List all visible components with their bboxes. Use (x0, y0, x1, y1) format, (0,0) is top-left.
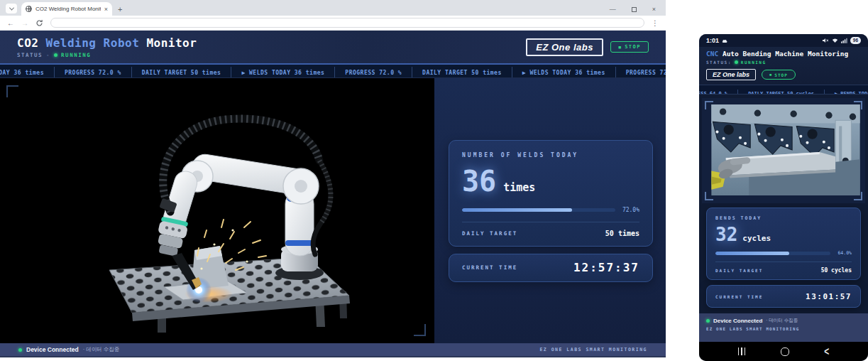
window-maximize-button[interactable] (632, 7, 637, 12)
bends-stats-card: BENDS TODAY 32 cycles 64.0% DAILY TARGET… (706, 208, 861, 280)
chevron-down-icon (9, 5, 13, 10)
progress-percent: 64.0% (837, 250, 852, 256)
phone-status-row: STATUS: RUNNING (706, 60, 861, 65)
daily-target-label: DAILY TARGET (715, 268, 763, 273)
ez-one-labs-logo: EZ One labs (706, 69, 756, 80)
frame-corner-icon (854, 192, 862, 200)
data-collecting-label: · 데이터 수집중 (83, 346, 120, 353)
device-connected-label: Device Connected (26, 346, 79, 353)
stop-square-icon: ■ (769, 72, 771, 77)
recents-button[interactable] (738, 347, 746, 355)
current-time-value: 13:01:57 (806, 292, 852, 301)
footer-brand: EZ ONE LABS SMART MONITORING (706, 327, 861, 331)
address-input[interactable] (51, 23, 644, 31)
tab-title: CO2 Welding Robot Monitor (35, 6, 101, 12)
stop-button[interactable]: ■ STOP (610, 41, 649, 53)
weld-count: 36 (462, 168, 496, 194)
daily-target-label: DAILY TARGET (462, 230, 517, 237)
notification-icon (722, 38, 728, 43)
marquee-ticker: ▶ WELDS TODAY 36 timesPROGRESS 72.0 %DAI… (0, 65, 666, 78)
stop-square-icon: ■ (618, 45, 621, 50)
title-co2: CO2 (17, 36, 38, 50)
ticker-item: PROGRESS 72.0 % (54, 67, 131, 78)
stop-button[interactable]: ■ STOP (762, 70, 796, 80)
phone-clock: 1:01 (706, 37, 719, 44)
card-title: BENDS TODAY (715, 215, 852, 221)
refresh-icon (35, 19, 43, 27)
ticker-item: PROGRESS 64.0 % (699, 90, 737, 95)
browser-tab[interactable]: CO2 Welding Robot Monitor × (21, 2, 112, 16)
battery-icon: 96 (850, 37, 861, 44)
current-time-label: CURRENT TIME (462, 264, 517, 271)
address-bar[interactable] (50, 18, 644, 28)
welding-robot-image (18, 87, 416, 335)
current-time-value: 12:57:37 (573, 261, 639, 274)
tab-close-icon[interactable]: × (104, 6, 108, 13)
stop-label: STOP (625, 44, 641, 50)
signal-icon (841, 38, 847, 43)
card-title: NUMBER OF WELDS TODAY (462, 152, 639, 158)
forward-button: → (21, 19, 28, 27)
back-button[interactable]: ← (7, 19, 14, 27)
current-time-label: CURRENT TIME (715, 294, 763, 299)
status-label: STATUS (17, 52, 43, 58)
phone-footer: Device Connected · 데이터 수집중 EZ ONE LABS S… (699, 313, 868, 342)
status-dot-icon (735, 60, 738, 64)
daily-target-value: 50 times (605, 230, 639, 237)
bending-machine-image (710, 104, 861, 195)
ticker-item: ▶ WELDS TODAY 36 times (231, 67, 334, 78)
bend-count: 32 (715, 227, 737, 243)
browser-menu-button[interactable]: ⋮ (652, 19, 659, 27)
welds-stats-card: NUMBER OF WELDS TODAY 36 times 72.0% DAI… (449, 140, 653, 247)
status-dot-icon (54, 53, 57, 57)
phone-app-header: CNC Auto Bending Machine Monitoring STAT… (699, 47, 868, 85)
ez-one-labs-logo: EZ One labs (526, 38, 603, 56)
browser-toolbar: ← → ⋮ (0, 16, 666, 31)
new-tab-button[interactable]: + (118, 5, 122, 14)
frame-corner-icon (705, 192, 713, 200)
progress-bar (462, 208, 615, 212)
dashboard-footer: Device Connected · 데이터 수집중 EZ ONE LABS S… (0, 343, 666, 357)
ticker-item: DAILY TARGET 50 times (131, 67, 231, 78)
connection-dot-icon (706, 319, 710, 323)
title-bending: Auto Bending Machine Monitoring (723, 50, 848, 58)
ticker-item: PROGRESS 72.0 % (334, 67, 412, 78)
phone-status-bar: 1:01 96 (699, 34, 868, 47)
refresh-button[interactable] (35, 19, 43, 27)
wifi-icon (832, 38, 838, 43)
data-collecting-label: · 데이터 수집중 (766, 318, 798, 324)
globe-favicon-icon (26, 6, 32, 12)
frame-corner-icon (6, 85, 18, 97)
phone-marquee-ticker: ▶ BENDS TODAY 32 cyclesPROGRESS 64.0 %DA… (699, 85, 868, 95)
footer-brand: EZ ONE LABS SMART MONITORING (539, 347, 647, 352)
android-nav-bar: < (699, 342, 868, 361)
frame-corner-icon (705, 101, 713, 109)
progress-bar (715, 252, 830, 255)
current-time-card: CURRENT TIME 12:57:37 (449, 254, 653, 282)
ticker-item: ▶ BENDS TODAY 32 cycles (824, 90, 868, 95)
title-cnc: CNC (706, 50, 718, 58)
window-close-button[interactable]: × (652, 6, 656, 13)
stats-panel: NUMBER OF WELDS TODAY 36 times 72.0% DAI… (434, 78, 666, 343)
progress-bar-fill (462, 208, 572, 212)
weld-unit: times (503, 181, 535, 194)
tab-strip: CO2 Welding Robot Monitor × + — × (0, 0, 666, 16)
dashboard-page: CO2 Welding Robot Monitor STATUS - RUNNI… (0, 31, 666, 357)
bend-unit: cycles (742, 234, 771, 243)
status-row: STATUS - RUNNING (17, 52, 197, 58)
ticker-item: DAILY TARGET 50 times (412, 67, 512, 78)
frame-corner-icon (854, 101, 862, 109)
connection-dot-icon (18, 348, 22, 352)
phone-page-title: CNC Auto Bending Machine Monitoring (706, 50, 861, 58)
window-minimize-button[interactable]: — (610, 6, 616, 13)
stop-label: STOP (774, 72, 787, 77)
status-label: STATUS: (706, 60, 732, 65)
ticker-item: PROGRESS 72.0 % (615, 67, 666, 78)
progress-percent: 72.0% (622, 207, 639, 213)
progress-bar-fill (715, 252, 789, 255)
tab-search-button[interactable] (6, 4, 17, 14)
welding-robot-video (0, 78, 434, 343)
back-button[interactable]: < (824, 345, 829, 357)
home-button[interactable] (781, 347, 789, 356)
device-connected-label: Device Connected (713, 318, 762, 324)
